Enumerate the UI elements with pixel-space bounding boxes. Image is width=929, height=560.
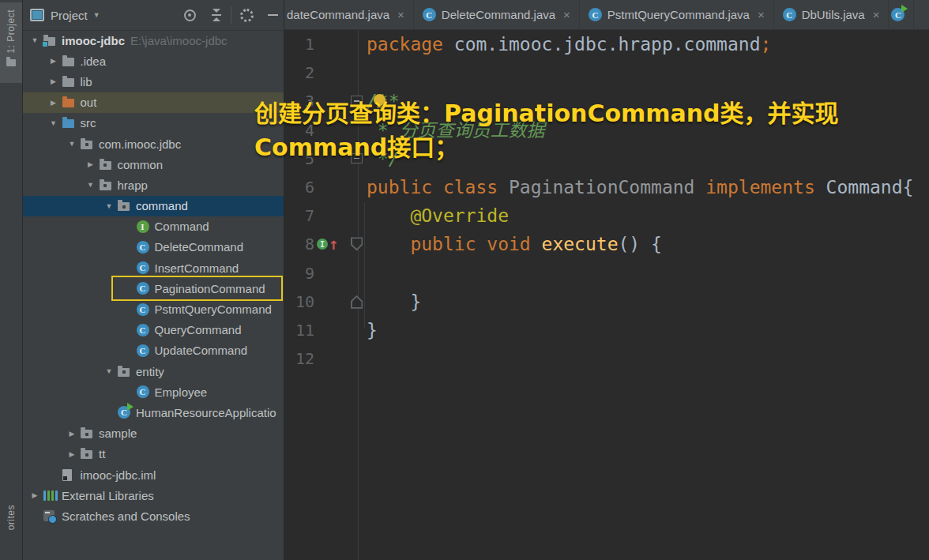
tree-item-updatecommand[interactable]: CUpdateCommand xyxy=(22,340,284,361)
chevron-down-icon[interactable]: ▼ xyxy=(100,367,118,375)
code-line[interactable]: 10 } xyxy=(284,288,929,316)
editor-tab-bar: dateCommand.java×CDeleteCommand.java×CPs… xyxy=(284,0,929,30)
tree-item-label: out xyxy=(81,96,97,109)
chevron-down-icon[interactable]: ▼ xyxy=(26,36,43,44)
chevron-down-icon[interactable]: ▼ xyxy=(45,119,62,127)
token-plain: } xyxy=(367,320,378,340)
tab-deletecommand-java[interactable]: CDeleteCommand.java× xyxy=(414,0,580,29)
class-icon: C xyxy=(137,324,149,336)
code-text: public void execute() { xyxy=(367,230,662,258)
chevron-right-icon[interactable]: ▶ xyxy=(45,57,62,65)
tab-pstmtquerycommand-java[interactable]: CPstmtQueryCommand.java× xyxy=(580,0,774,29)
tree-item-label: hrapp xyxy=(118,179,148,192)
tree-item-label: HumanResourceApplicatio xyxy=(136,406,276,419)
tree-item-hrapp[interactable]: ▼hrapp xyxy=(22,175,284,195)
tree-item-humanresourceapplicatio[interactable]: CHumanResourceApplicatio xyxy=(22,402,284,423)
tree-item-imooc-jdbc-iml[interactable]: imooc-jdbc.iml xyxy=(22,464,284,485)
tree-item-command[interactable]: ▼command xyxy=(22,196,284,216)
class-icon: C xyxy=(783,8,796,21)
tree-item-common[interactable]: ▶common xyxy=(22,154,284,175)
chevron-right-icon[interactable]: ▶ xyxy=(82,160,100,168)
code-line[interactable]: 1package com.imooc.jdbc.hrapp.command; xyxy=(284,30,929,58)
code-text: package com.imooc.jdbc.hrapp.command; xyxy=(367,30,771,58)
tree-item-external-libraries[interactable]: ▶External Libraries xyxy=(22,485,284,506)
token-kw: public class xyxy=(367,177,509,197)
code-line[interactable]: 7 @Override xyxy=(284,201,929,230)
tool-button-project[interactable]: 1: Project xyxy=(0,2,22,83)
left-tool-strip: 1: Project orites xyxy=(0,0,23,560)
runnable-class-icon: C xyxy=(118,406,130,419)
tree-item-idea[interactable]: ▶.idea xyxy=(22,51,284,71)
tree-item-imooc-jdbc[interactable]: ▼imooc-jdbcE:\java\imooc-jdbc xyxy=(22,30,284,51)
tree-item-deletecommand[interactable]: CDeleteCommand xyxy=(22,237,284,257)
close-icon[interactable]: × xyxy=(758,8,765,21)
tree-item-icon-slot: C xyxy=(137,303,154,316)
fold-marker-up[interactable] xyxy=(351,295,363,309)
tab-dbutils-java[interactable]: CDbUtils.java× xyxy=(774,0,890,29)
chevron-right-icon[interactable]: ▶ xyxy=(63,450,81,458)
close-icon[interactable]: × xyxy=(397,8,404,21)
tree-item-lib[interactable]: ▶lib xyxy=(22,71,284,92)
tree-item-label: imooc-jdbc.iml xyxy=(81,468,156,482)
project-panel: Project ▼ ▼imooc-jdbcE:\java\imooc-jdbc▶… xyxy=(22,0,284,560)
panel-settings-button[interactable] xyxy=(239,0,254,30)
tab-label: DbUtils.java xyxy=(802,8,865,21)
locate-file-button[interactable] xyxy=(182,0,197,30)
tree-item-icon-slot xyxy=(43,490,61,501)
close-icon[interactable]: × xyxy=(873,8,880,21)
override-up-arrow-icon[interactable]: ↑ xyxy=(329,231,339,257)
tree-item-sample[interactable]: ▶sample xyxy=(22,423,284,444)
tree-item-label: UpdateCommand xyxy=(155,344,248,357)
tree-item-entity[interactable]: ▼entity xyxy=(22,361,284,381)
package-icon xyxy=(100,182,111,190)
chevron-right-icon[interactable]: ▶ xyxy=(63,430,81,438)
close-icon[interactable]: × xyxy=(563,8,570,21)
tab-item[interactable]: C xyxy=(889,0,914,29)
tree-item-com-imooc-jdbc[interactable]: ▼com.imooc.jdbc xyxy=(22,133,284,154)
line-number: 2 xyxy=(284,58,314,87)
code-line[interactable]: 6public class PaginationCommand implemen… xyxy=(284,173,929,201)
chevron-right-icon[interactable]: ▶ xyxy=(45,99,62,107)
chevron-right-icon[interactable]: ▶ xyxy=(26,491,43,499)
code-line[interactable]: 12 xyxy=(284,344,929,373)
token-plain: com.imooc.jdbc.hrapp.command xyxy=(454,34,761,54)
tree-item-scratches-and-consoles[interactable]: Scratches and Consoles xyxy=(22,506,284,526)
project-view-selector[interactable]: Project ▼ xyxy=(30,0,100,30)
tree-item-employee[interactable]: CEmployee xyxy=(22,381,284,402)
line-number: 1 xyxy=(284,30,314,58)
chevron-right-icon[interactable]: ▶ xyxy=(45,77,62,85)
hide-panel-button[interactable] xyxy=(265,0,280,30)
implements-method-icon[interactable]: I xyxy=(317,239,328,250)
code-line[interactable]: 2 xyxy=(284,58,929,87)
line-number: 11 xyxy=(284,316,314,344)
code-text: @Override xyxy=(367,201,509,230)
collapse-all-button[interactable] xyxy=(209,0,224,30)
tool-button-favorites[interactable]: orites xyxy=(0,505,22,560)
folder-icon xyxy=(62,58,74,66)
tree-item-out[interactable]: ▶out xyxy=(22,92,284,113)
chevron-down-icon[interactable]: ▼ xyxy=(63,140,81,148)
tree-item-src[interactable]: ▼src xyxy=(22,113,284,133)
tree-item-paginationcommand[interactable]: CPaginationCommand xyxy=(22,278,284,299)
code-line[interactable]: 8I↑ public void execute() { xyxy=(284,230,929,258)
tree-item-path: E:\java\imooc-jdbc xyxy=(130,34,228,47)
tree-item-command[interactable]: ICommand xyxy=(22,216,284,237)
tree-item-icon-slot xyxy=(81,449,98,459)
tree-item-insertcommand[interactable]: CInsertCommand xyxy=(22,257,284,278)
tree-item-icon-slot xyxy=(81,139,98,149)
chevron-down-icon[interactable]: ▼ xyxy=(82,181,100,189)
tab-datecommand-java[interactable]: dateCommand.java× xyxy=(284,0,414,29)
tree-item-pstmtquerycommand[interactable]: CPstmtQueryCommand xyxy=(22,299,284,319)
code-line[interactable]: 11} xyxy=(284,316,929,344)
hide-icon xyxy=(268,14,278,16)
tree-item-icon-slot xyxy=(81,428,98,438)
fold-marker-down[interactable] xyxy=(351,237,363,250)
favorites-tool-label: orites xyxy=(6,505,17,530)
code-line[interactable]: 9 xyxy=(284,259,929,288)
tree-item-icon-slot xyxy=(62,469,80,481)
tree-item-tt[interactable]: ▶tt xyxy=(22,444,284,464)
tree-item-querycommand[interactable]: CQueryCommand xyxy=(22,320,284,340)
folder-icon xyxy=(62,78,74,87)
tree-item-icon-slot: C xyxy=(137,282,154,295)
chevron-down-icon[interactable]: ▼ xyxy=(100,202,118,210)
